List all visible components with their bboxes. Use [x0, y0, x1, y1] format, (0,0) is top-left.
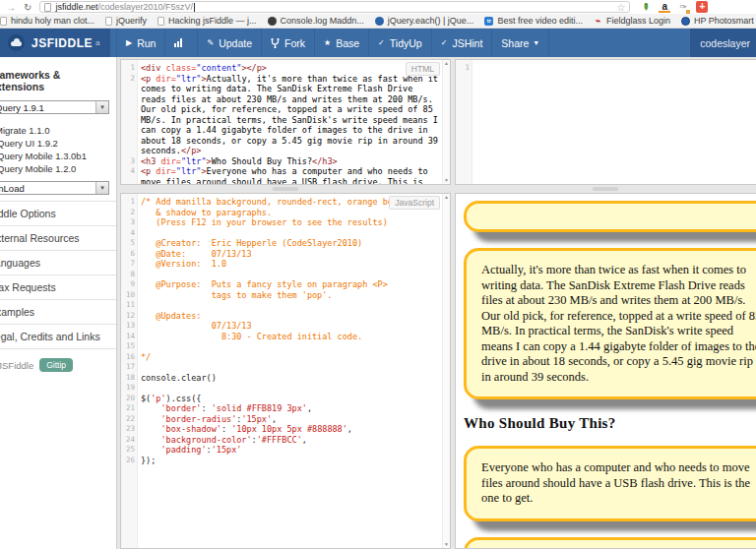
jsfiddle-logo[interactable]: JSFIDDLE a [0, 29, 110, 57]
eyedropper-icon[interactable]: ✑ [677, 1, 689, 13]
sidebar-section-languages[interactable]: Languages [0, 250, 117, 274]
code-text: 'border-radius':'15px', [138, 414, 442, 425]
pencil-icon: ✎ [207, 38, 214, 47]
bookmark-label: hindu holy man clot... [11, 16, 94, 26]
extension-item[interactable]: jQuery Mobile 1.2.0 [0, 162, 117, 175]
javascript-scrollbar[interactable]: ▲ ▼ [442, 194, 450, 548]
code-line: 14 8:30 - Created initial code. [121, 332, 442, 342]
stats-button[interactable] [164, 29, 197, 57]
html-editor-panel[interactable]: 1<div class="content"></p>2<p dir="ltr">… [120, 59, 451, 185]
forward-arrow-icon[interactable]: → [6, 2, 16, 13]
javascript-code-area[interactable]: 1/* Add manilla background, rounded-rect… [121, 194, 442, 548]
splitter-grip[interactable] [593, 187, 618, 191]
bookmark-item[interactable]: jQuerify [105, 16, 147, 26]
address-bar[interactable]: jsfiddle.net/codeslayer2010/F5szV/ ☆ [39, 1, 630, 13]
result-paragraph-box [464, 201, 756, 232]
user-menu[interactable]: codeslayer [690, 29, 756, 57]
scroll-down-icon[interactable]: ▼ [444, 177, 449, 184]
framework-select[interactable]: jQuery 1.9.1 ▾ [0, 100, 109, 114]
css-code-area[interactable]: 1 [456, 60, 748, 184]
line-number: 17 [121, 362, 138, 373]
chevron-down-icon: ▾ [95, 182, 108, 194]
html-scrollbar[interactable]: ▲ ▼ [442, 60, 450, 184]
line-number: 24 [121, 435, 138, 446]
jshint-button[interactable]: ✓JSHint [431, 29, 492, 57]
share-button[interactable]: Share▼ [491, 29, 549, 57]
code-line: 26}); [121, 456, 442, 466]
base-button[interactable]: ★Base [314, 29, 368, 57]
bookmark-label: Hacking jsFiddle — j... [168, 16, 257, 26]
bookmark-item[interactable]: ⌁Fieldglass Login [594, 16, 670, 26]
page-favicon-icon [158, 17, 164, 26]
splitter-grip[interactable] [273, 187, 298, 191]
code-line: 12 @Updates: [121, 311, 442, 322]
result-paragraph-box: Note that if you bought our previous fla… [464, 537, 756, 549]
tidyup-button[interactable]: ✓TidyUp [368, 29, 431, 57]
hp-favicon-icon [681, 17, 690, 26]
sidebar-section-external-resources[interactable]: External Resources [0, 225, 117, 250]
onload-select[interactable]: onLoad ▾ [0, 181, 109, 195]
css-editor-panel[interactable]: 1 [455, 59, 756, 185]
scroll-down-icon[interactable]: ▼ [444, 541, 449, 548]
reload-icon[interactable]: ↻ [24, 2, 32, 13]
editor-splitter[interactable] [120, 186, 451, 192]
add-extension-icon[interactable]: + [696, 1, 708, 13]
line-number: 1 [121, 197, 138, 208]
code-line: 21 'border': 'solid #FFB819 3px', [121, 403, 442, 414]
sidebar-section-examples[interactable]: Examples [0, 299, 117, 324]
result-splitter[interactable] [455, 186, 756, 192]
code-line: 22 'border-radius':'15px', [121, 414, 442, 425]
code-text: }); [138, 456, 442, 466]
line-number: 3 [121, 156, 138, 167]
run-button[interactable]: ▶Run [116, 29, 164, 57]
javascript-editor-panel[interactable]: 1/* Add manilla background, rounded-rect… [120, 193, 451, 549]
code-line: 15 [121, 341, 442, 352]
button-label: Update [219, 37, 252, 49]
code-text: */ [138, 352, 442, 363]
line-number: 21 [121, 403, 138, 414]
bookmark-item[interactable]: jQuery.each() | jQue... [375, 16, 474, 26]
extension-item[interactable]: jQuery UI 1.9.2 [0, 137, 117, 150]
bookmark-star-icon[interactable]: ☆ [616, 2, 625, 13]
code-line: 2<p dir="ltr">Actually, it's more than t… [121, 74, 442, 156]
code-line: 5 @Creator: Eric Hepperle (CodeSlayer201… [121, 238, 442, 249]
line-number: 15 [121, 341, 138, 352]
gittip-button[interactable]: Gittip [39, 358, 73, 372]
update-button[interactable]: ✎Update [197, 29, 261, 57]
check-icon: ✓ [378, 38, 385, 47]
line-number: 1 [456, 63, 472, 74]
sidebar-section-fiddle-options[interactable]: Fiddle Options [0, 201, 117, 225]
line-number: 8 [121, 270, 138, 280]
console-favicon-icon [268, 17, 277, 26]
bookmark-item[interactable]: Console.log Maddn... [268, 16, 364, 26]
extensions-list: Migrate 1.1.0jQuery UI 1.9.2jQuery Mobil… [0, 120, 117, 181]
line-number: 22 [121, 414, 138, 425]
line-number: 4 [121, 228, 138, 239]
line-number: 2 [121, 74, 138, 156]
jsfiddle-logo-text: JSFIDDLE [32, 36, 93, 50]
code-line: 3 (Press F12 in your browser to see the … [121, 217, 442, 228]
code-line: 25 'padding':'15px' [121, 445, 442, 456]
line-number: 20 [121, 394, 138, 404]
jsfiddle-cloud-icon [8, 34, 25, 51]
frameworks-header: Frameworks & Extensions [0, 57, 117, 100]
code-text: <div class="content"></p> [138, 63, 442, 74]
line-number: 14 [121, 332, 138, 342]
sidebar-section-ajax-requests[interactable]: Ajax Requests [0, 274, 117, 299]
sidebar-section-legal-credits-and-links[interactable]: Legal, Credits and Links [0, 324, 117, 348]
extension-item[interactable]: Migrate 1.1.0 [0, 124, 117, 137]
extension-item[interactable]: jQuery Mobile 1.3.0b1 [0, 150, 117, 162]
code-text [138, 362, 442, 373]
html-code-area[interactable]: 1<div class="content"></p>2<p dir="ltr">… [121, 60, 442, 184]
amazon-icon[interactable]: a [659, 1, 670, 13]
bookmark-item[interactable]: HP Photosmart 7510... [681, 16, 756, 26]
scroll-up-icon[interactable]: ▲ [444, 194, 449, 201]
code-text: (Press F12 in your browser to see the re… [138, 217, 442, 228]
check-icon: ✓ [441, 38, 448, 47]
bookmark-item[interactable]: Hacking jsFiddle — j... [158, 16, 257, 26]
bookmark-item[interactable]: hindu holy man clot... [0, 16, 94, 26]
code-text: tags to make them 'pop'. [138, 290, 442, 301]
fork-button[interactable]: Fork [261, 29, 314, 57]
scroll-up-icon[interactable]: ▲ [444, 60, 449, 67]
bookmark-item[interactable]: trBest free video editi... [484, 16, 583, 26]
